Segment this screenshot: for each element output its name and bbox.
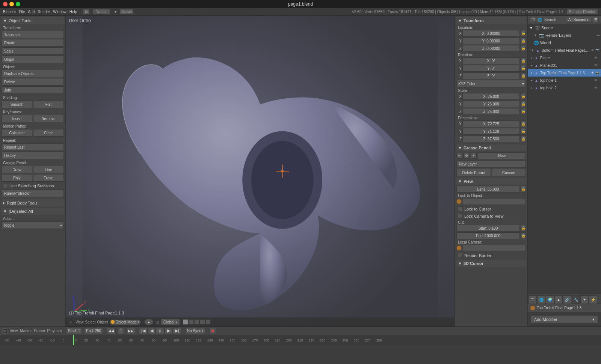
dim-x-lock[interactable]: 🔒 [521,120,526,127]
jump-end-btn[interactable]: ▶| [173,328,181,334]
smooth-button[interactable]: Smooth [2,101,32,108]
menu-window[interactable]: Window [53,10,66,14]
loc-z-field[interactable]: Z: 0.00000 [462,45,520,52]
jump-start-btn[interactable]: |◀ [139,328,148,334]
prop-tab-object[interactable]: ▲ [554,295,563,304]
obj-plane[interactable]: ▸ ▲ Plane 👁 | [528,54,601,62]
scene-icon-render[interactable]: 🎬 [530,17,536,23]
viewport-render-mode[interactable]: ● [144,319,153,325]
timeline-content[interactable]: -50 -40 -30 -20 -10 0 10 20 30 40 50 60 … [0,335,601,345]
prop-tab-constraints[interactable]: 🔗 [563,295,571,304]
menu-file[interactable]: File [19,10,25,14]
current-frame-display[interactable]: 1 [118,328,124,334]
new-layer-button[interactable]: New Layer [456,160,526,168]
flat-button[interactable]: Flat [33,101,64,108]
scale-z-lock[interactable]: 🔒 [521,108,526,115]
obj-bottom-render[interactable]: 📷 [595,48,599,52]
obj-bottom-trefoil[interactable]: ▼ ▲ Bottom Trefoil Final Page1 1.3 Copy … [528,47,601,54]
scale-y-field[interactable]: Y: 25.000 [462,101,520,107]
rot-z-lock[interactable]: 🔒 [521,72,526,79]
viewport-header-icon[interactable]: ⊞ [68,319,74,325]
dim-y-field[interactable]: Y: 71.128 [462,128,520,135]
obj-top-hole1[interactable]: ▸ ▲ top hole 1 👁 | [528,77,601,84]
render-layers-edit[interactable]: ✏ [596,33,599,38]
global-selector[interactable]: Global ▾ [161,319,180,325]
render-border-checkbox[interactable] [458,253,463,258]
scale-button[interactable]: Scale [2,47,64,55]
layout-dropdown[interactable]: Default [93,9,110,15]
obj-bottom-vis[interactable]: 👁 [591,48,594,52]
object-menu-btn[interactable]: Object [97,320,108,324]
calculate-button[interactable]: Calculate [2,129,32,137]
local-camera-field[interactable] [463,245,526,251]
rot-y-field[interactable]: Y: 0° [462,65,520,72]
ruler-button[interactable]: Ruler/Protractor [2,190,64,197]
dim-y-lock[interactable]: 🔒 [521,128,526,135]
select-menu-btn[interactable]: Select [85,320,96,324]
play-btn[interactable]: ▶ [165,328,172,334]
history-button[interactable]: History... [2,152,64,159]
layer-btn-3[interactable] [194,319,199,325]
play-reverse-btn[interactable]: ◀ [148,328,156,334]
maximize-button[interactable] [16,2,20,6]
world-item[interactable]: 🌐 World [528,39,601,47]
join-button[interactable]: Join [2,86,64,94]
obj-plane001-vis[interactable]: 👁 [594,63,598,67]
search-label[interactable]: Search [544,18,564,22]
next-frame-btn[interactable]: ▶▶ [126,328,135,334]
scene-selector[interactable]: Scene [119,9,134,15]
minimize-button[interactable] [9,2,14,6]
loc-x-field[interactable]: X: 0.00000 [462,30,520,37]
gp-new-btn[interactable]: New [478,152,526,159]
layer-btn-5[interactable] [205,319,211,325]
layer-btn-2[interactable] [189,319,194,325]
prop-tab-modifier[interactable]: 🔧 [572,295,580,304]
layer-btn-4[interactable] [200,319,205,325]
layer-btn-1[interactable] [183,319,188,325]
poly-button[interactable]: Poly [2,174,32,182]
obj-top-hole2[interactable]: ▸ ▲ top hole 2 👁 | [528,84,601,92]
lock-cursor-checkbox[interactable] [458,206,463,211]
translate-button[interactable]: Translate [2,31,64,38]
clip-end-lock[interactable]: 🔒 [521,232,526,239]
use-sketching-checkbox[interactable] [3,183,8,188]
rot-x-field[interactable]: X: 0° [462,57,520,64]
viewport[interactable]: X Y Z User Ortho (1) Top Trefoil Final P… [66,16,455,326]
rotation-mode-selector[interactable]: XYZ Euler ▾ [456,80,526,87]
timeline-view-btn[interactable]: View [10,329,18,333]
menu-blender[interactable]: Blender [3,10,16,14]
dim-x-field[interactable]: X: 72.725 [462,120,520,127]
sync-selector[interactable]: No Sync ▾ [185,328,206,334]
record-btn[interactable]: ⏺ [209,328,216,334]
scene-root-item[interactable]: ▼ 🎬 Scene [528,24,601,32]
gp-color-icon[interactable]: + [471,153,477,159]
loc-x-lock[interactable]: 🔒 [521,30,526,37]
rot-y-lock[interactable]: 🔒 [521,65,526,72]
gp-draw-icon[interactable]: ✏ [456,153,462,159]
render-layers-item[interactable]: ▼ 📷 RenderLayers ✏ [528,32,601,39]
prev-frame-btn[interactable]: ◀◀ [107,328,116,334]
prop-tab-physics[interactable]: ⚡ [589,295,597,304]
origin-button[interactable]: Origin [2,56,64,63]
window-controls[interactable] [3,2,20,6]
duplicate-objects-button[interactable]: Duplicate Objects [2,70,64,77]
obj-plane-vis[interactable]: 👁 [594,56,598,60]
menu-render[interactable]: Render [38,10,50,14]
timeline-header-icon[interactable]: ⊞ [2,328,8,334]
scene-filter-icon[interactable]: ☰ [593,17,599,23]
deselect-all-title[interactable]: ▼ (De)select All [2,208,64,215]
clip-start-lock[interactable]: 🔒 [521,225,526,232]
transform-header[interactable]: ▼ Transform [456,17,526,24]
frame-end-selector[interactable]: End: 250 [84,328,103,334]
scale-x-field[interactable]: X: 25.000 [462,93,520,100]
rigid-body-title[interactable]: ▸ Rigid Body Tools [2,199,64,206]
obj-tophole1-vis[interactable]: 👁 [594,78,598,82]
clip-start-field[interactable]: Start: 0.100 [456,225,520,232]
repeat-last-button[interactable]: Repeat Last [2,143,64,151]
lock-object-field[interactable] [463,198,526,205]
menu-help[interactable]: Help [69,10,77,14]
rot-z-field[interactable]: Z: 0° [462,72,520,79]
object-mode-selector[interactable]: Object Mode ▾ [109,319,141,325]
action-dropdown[interactable]: Toggle ▾ [2,221,64,229]
cursor-3d-header[interactable]: ▼ 3D Cursor [456,260,526,267]
